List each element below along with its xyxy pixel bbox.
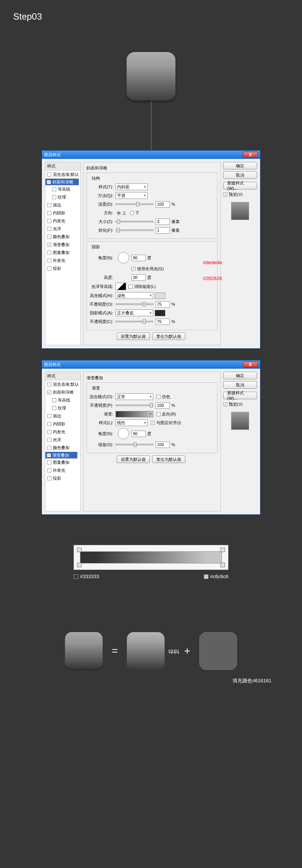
gradient-stop-icon[interactable] [77, 548, 82, 552]
input-depth[interactable]: 100 [156, 201, 170, 208]
select-method[interactable]: 平滑 [116, 192, 148, 199]
new-style-button[interactable]: 新建样式(W)... [223, 182, 257, 189]
slider-opacity[interactable] [116, 405, 153, 406]
slider-scale[interactable] [116, 444, 153, 445]
checkbox-icon[interactable] [47, 266, 51, 271]
input-scale[interactable]: 100 [156, 442, 170, 448]
style-item[interactable]: 图案叠加 [45, 459, 80, 466]
style-item[interactable]: 描边 [45, 201, 80, 209]
checkbox-icon[interactable] [47, 211, 51, 215]
set-default-button[interactable]: 设置为默认值 [117, 456, 150, 463]
checkbox-icon[interactable] [52, 195, 56, 199]
checkbox-icon[interactable] [47, 446, 51, 450]
checkbox-align[interactable]: ✓ [151, 421, 155, 425]
style-item[interactable]: 混合选项:默认 [45, 171, 80, 179]
ok-button[interactable]: 确定 [223, 372, 257, 379]
style-item[interactable]: 颜色叠加 [45, 233, 80, 241]
style-item[interactable]: 投影 [45, 474, 80, 482]
slider-soften[interactable] [116, 229, 153, 231]
checkbox-icon[interactable] [47, 259, 51, 263]
style-item[interactable]: 纹理 [45, 193, 80, 201]
checkbox-icon[interactable]: ✓ [47, 243, 51, 247]
checkbox-icon[interactable]: ✓ [47, 180, 51, 184]
set-default-button[interactable]: 设置为默认值 [117, 332, 150, 340]
gradient-picker[interactable] [116, 411, 153, 417]
checkbox-reverse[interactable] [156, 412, 160, 416]
checkbox-icon[interactable] [52, 406, 56, 410]
input-sh-op[interactable]: 75 [156, 319, 170, 325]
close-button[interactable]: X [243, 362, 258, 368]
style-item[interactable]: 内发光 [45, 428, 80, 436]
style-item[interactable]: ✓渐变叠加 [45, 452, 77, 459]
checkbox-icon[interactable] [47, 460, 51, 465]
style-item[interactable]: ✓斜面和浮雕 [45, 388, 80, 396]
checkbox-preview[interactable]: ✓ [223, 402, 227, 406]
checkbox-icon[interactable] [47, 251, 51, 255]
gradient-stop-icon[interactable] [220, 548, 225, 552]
style-item[interactable]: 投影 [45, 265, 80, 272]
checkbox-icon[interactable]: ✓ [47, 453, 51, 457]
style-item[interactable]: 图案叠加 [45, 249, 80, 257]
checkbox-icon[interactable] [47, 438, 51, 442]
cancel-button[interactable]: 取消 [223, 381, 257, 389]
style-item[interactable]: 内发光 [45, 217, 80, 225]
reset-default-button[interactable]: 复位为默认值 [152, 456, 185, 463]
style-item[interactable]: 外发光 [45, 466, 80, 474]
style-item[interactable]: 内阴影 [45, 420, 80, 428]
select-sh-mode[interactable]: 正片叠底 [116, 309, 153, 316]
style-item[interactable]: 内阴影 [45, 209, 80, 217]
checkbox-icon[interactable] [47, 227, 51, 231]
checkbox-icon[interactable] [47, 219, 51, 223]
checkbox-icon[interactable] [47, 476, 51, 480]
style-item[interactable]: 光泽 [45, 436, 80, 444]
angle-control[interactable] [118, 252, 129, 263]
style-item[interactable]: 纹理 [45, 404, 80, 412]
input-angle[interactable]: 90 [131, 255, 146, 261]
checkbox-antialias[interactable] [128, 285, 133, 289]
checkbox-icon[interactable] [47, 414, 51, 418]
select-blend-mode[interactable]: 正常 [116, 393, 153, 400]
select-style[interactable]: 内斜面 [116, 183, 148, 190]
style-item[interactable]: 描边 [45, 412, 80, 420]
angle-control[interactable] [118, 428, 129, 439]
reset-default-button[interactable]: 复位为默认值 [152, 332, 185, 340]
slider-hl-op[interactable] [116, 303, 153, 305]
gradient-bar[interactable] [80, 551, 222, 563]
input-opacity[interactable]: 100 [156, 402, 170, 409]
select-grad-style[interactable]: 线性 [116, 419, 148, 426]
checkbox-icon[interactable] [47, 203, 51, 207]
ok-button[interactable]: 确定 [223, 162, 257, 169]
dialog-titlebar[interactable]: 图层样式 X [42, 151, 260, 159]
checkbox-icon[interactable] [52, 187, 56, 191]
swatch-sh-color[interactable] [155, 310, 165, 316]
style-item[interactable]: 混合选项:默认 [45, 380, 80, 388]
input-size[interactable]: 3 [156, 219, 170, 225]
cancel-button[interactable]: 取消 [223, 171, 257, 179]
input-angle[interactable]: 90 [131, 431, 146, 437]
checkbox-global-light[interactable]: ✓ [131, 267, 136, 271]
slider-sh-op[interactable] [116, 321, 153, 322]
input-altitude[interactable]: 30 [131, 274, 146, 281]
checkbox-icon[interactable] [52, 398, 56, 402]
input-hl-op[interactable]: 75 [156, 301, 170, 308]
checkbox-icon[interactable] [47, 468, 51, 472]
checkbox-icon[interactable]: ✓ [47, 390, 51, 394]
close-button[interactable]: X [243, 152, 258, 158]
style-item[interactable]: 光泽 [45, 225, 80, 233]
gradient-editor[interactable] [74, 545, 228, 570]
style-item[interactable]: ✓渐变叠加 [45, 241, 80, 249]
radio-up[interactable] [117, 211, 121, 215]
checkbox-icon[interactable] [47, 382, 51, 386]
style-item[interactable]: 等高线 [45, 185, 80, 193]
gloss-contour[interactable] [116, 283, 126, 290]
input-soften[interactable]: 1 [156, 227, 170, 234]
slider-depth[interactable] [116, 203, 153, 205]
style-item[interactable]: 颜色叠加 [45, 444, 80, 452]
checkbox-preview[interactable]: ✓ [223, 192, 227, 197]
style-item[interactable]: ✓斜面和浮雕 [45, 179, 79, 185]
checkbox-dither[interactable] [156, 395, 160, 399]
checkbox-icon[interactable] [47, 235, 51, 239]
dialog-titlebar[interactable]: 图层样式 X [42, 360, 260, 369]
checkbox-icon[interactable] [47, 422, 51, 426]
gradient-stop-icon[interactable] [77, 563, 82, 567]
